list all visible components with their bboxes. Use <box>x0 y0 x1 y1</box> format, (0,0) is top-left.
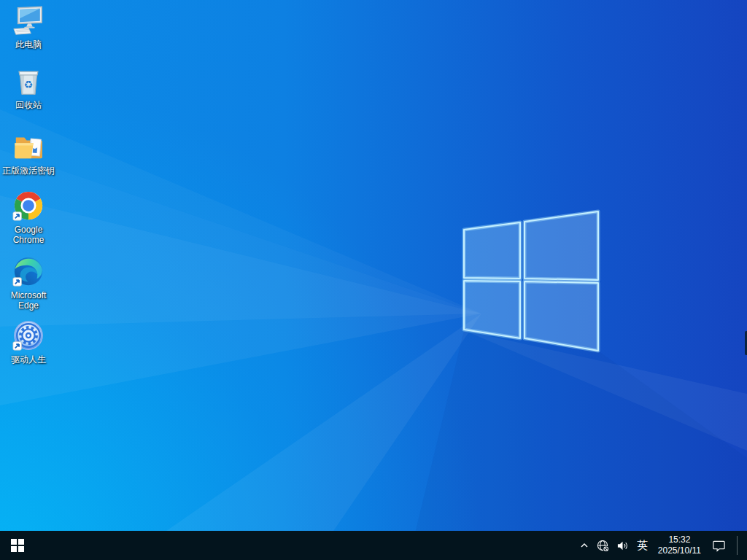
desktop-icon-driver-life[interactable]: 驱动人生 <box>1 319 56 365</box>
driver-life-icon <box>12 319 45 353</box>
shortcut-arrow-badge <box>13 212 22 221</box>
windows-logo-wallpaper <box>464 211 598 351</box>
icon-label: 正版激活密钥 <box>2 166 55 176</box>
icon-label: Chrome <box>13 235 44 245</box>
taskbar-clock[interactable]: 15:32 2025/10/11 <box>653 531 706 560</box>
clock-date: 2025/10/11 <box>658 545 701 556</box>
network-status-button[interactable] <box>593 531 613 560</box>
icon-label: 驱动人生 <box>11 354 46 365</box>
show-desktop-separator <box>737 536 738 555</box>
google-chrome-icon <box>12 190 45 223</box>
taskbar-empty-area <box>35 531 576 560</box>
desktop-icon-microsoft-edge[interactable]: Microsoft Edge <box>1 255 56 311</box>
network-globe-offline-icon <box>597 540 609 552</box>
taskbar: 英 15:32 2025/10/11 <box>0 531 747 560</box>
icon-label: Edge <box>18 300 39 311</box>
show-desktop-button[interactable] <box>739 531 747 560</box>
windows-start-icon <box>11 539 24 552</box>
svg-text:♻: ♻ <box>24 79 34 90</box>
desktop-icon-this-pc[interactable]: 此电脑 <box>1 4 56 50</box>
desktop-wallpaper: 此电脑 ♻ 回收站 <box>0 0 747 560</box>
wallpaper-light-rays-and-logo <box>0 0 747 560</box>
speaker-icon <box>616 540 629 552</box>
chevron-up-icon <box>579 540 589 551</box>
microsoft-edge-icon <box>12 255 45 289</box>
clock-time: 15:32 <box>658 534 701 545</box>
this-pc-icon <box>12 4 45 38</box>
activation-key-folder-icon <box>12 131 45 164</box>
start-button[interactable] <box>0 531 35 560</box>
recycle-bin-icon: ♻ <box>12 65 45 98</box>
icon-label: 此电脑 <box>15 39 42 50</box>
ime-language-label: 英 <box>632 539 653 553</box>
volume-button[interactable] <box>613 531 632 560</box>
hidden-icons-button[interactable] <box>576 531 593 560</box>
ime-language-button[interactable]: 英 <box>632 531 653 560</box>
icon-label: 回收站 <box>15 100 42 110</box>
action-center-button[interactable] <box>706 531 731 560</box>
shortcut-arrow-badge <box>13 278 22 287</box>
action-center-icon <box>712 539 726 553</box>
desktop-icon-activation-key[interactable]: 正版激活密钥 <box>1 131 56 176</box>
icon-label: Google <box>15 225 43 235</box>
system-tray: 英 15:32 2025/10/11 <box>576 531 747 560</box>
desktop-icon-google-chrome[interactable]: Google Chrome <box>1 190 56 245</box>
icon-label: Microsoft <box>11 290 47 300</box>
shortcut-arrow-badge <box>13 342 22 351</box>
desktop-icon-recycle-bin[interactable]: ♻ 回收站 <box>1 65 56 110</box>
